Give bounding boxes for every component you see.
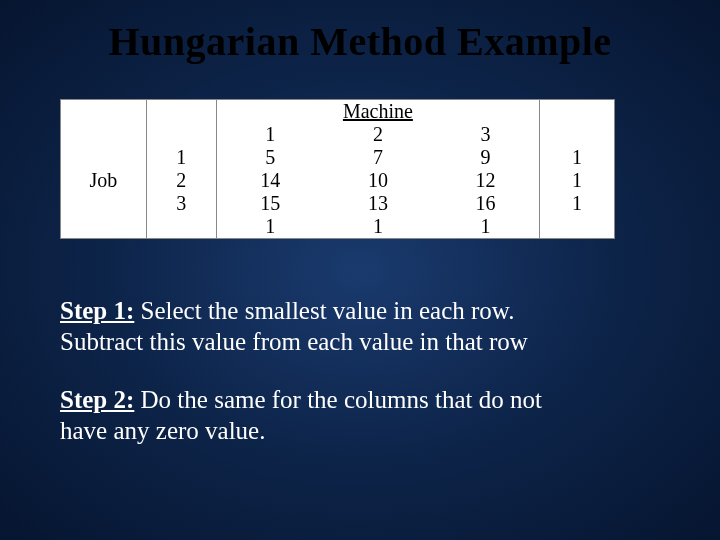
empty-cell — [432, 100, 540, 124]
empty-cell — [540, 215, 615, 239]
cell-2-3: 12 — [432, 169, 540, 192]
empty-cell — [61, 215, 147, 239]
cell-3-2: 13 — [324, 192, 432, 215]
cost-table: Machine 1 2 3 1 5 7 9 1 Job — [60, 99, 615, 239]
row-min-3: 1 — [540, 192, 615, 215]
empty-cell — [61, 123, 147, 146]
row-min-1: 1 — [540, 146, 615, 169]
step-2-line-a: Do the same for the columns that do not — [134, 386, 542, 413]
slide-title: Hungarian Method Example — [48, 18, 672, 65]
cell-1-1: 5 — [216, 146, 324, 169]
col-min-2: 1 — [324, 215, 432, 239]
step-2-label: Step 2: — [60, 386, 134, 413]
job-num-1: 1 — [146, 146, 216, 169]
cell-1-2: 7 — [324, 146, 432, 169]
cell-1-3: 9 — [432, 146, 540, 169]
machine-col-2: 2 — [324, 123, 432, 146]
empty-cell — [540, 100, 615, 124]
empty-cell — [146, 100, 216, 124]
empty-cell — [216, 100, 324, 124]
step-1: Step 1: Select the smallest value in eac… — [60, 295, 672, 358]
machine-col-3: 3 — [432, 123, 540, 146]
slide: Hungarian Method Example Machine 1 2 3 — [0, 0, 720, 540]
machine-header: Machine — [324, 100, 432, 124]
machine-col-1: 1 — [216, 123, 324, 146]
cell-3-1: 15 — [216, 192, 324, 215]
step-2-line-b: have any zero value. — [60, 417, 265, 444]
col-min-3: 1 — [432, 215, 540, 239]
steps-text: Step 1: Select the smallest value in eac… — [60, 295, 672, 446]
empty-cell — [61, 100, 147, 124]
job-num-3: 3 — [146, 192, 216, 215]
empty-cell — [540, 123, 615, 146]
cell-3-3: 16 — [432, 192, 540, 215]
empty-cell — [61, 192, 147, 215]
step-1-line-a: Select the smallest value in each row. — [134, 297, 514, 324]
col-min-1: 1 — [216, 215, 324, 239]
empty-cell — [146, 123, 216, 146]
empty-cell — [146, 215, 216, 239]
empty-cell — [61, 146, 147, 169]
job-num-2: 2 — [146, 169, 216, 192]
job-label: Job — [61, 169, 147, 192]
step-1-label: Step 1: — [60, 297, 134, 324]
step-2: Step 2: Do the same for the columns that… — [60, 384, 672, 447]
row-min-2: 1 — [540, 169, 615, 192]
cell-2-1: 14 — [216, 169, 324, 192]
cell-2-2: 10 — [324, 169, 432, 192]
step-1-line-b: Subtract this value from each value in t… — [60, 328, 528, 355]
